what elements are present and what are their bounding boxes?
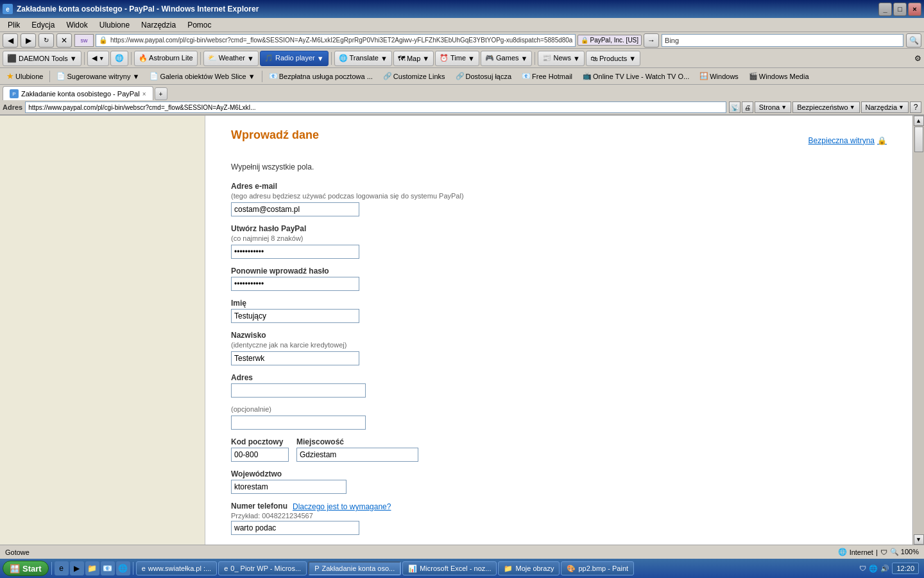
windows-flag-icon: 🪟	[10, 564, 20, 574]
close-button[interactable]: ×	[908, 3, 921, 16]
address2-label: (opcjonalnie)	[231, 405, 887, 413]
rss-button[interactable]: 📡	[729, 101, 740, 113]
window-controls[interactable]: _ □ ×	[878, 3, 921, 16]
lastname-input[interactable]	[231, 351, 359, 365]
scroll-up-button[interactable]: ▲	[914, 116, 924, 126]
menu-narzedzia[interactable]: Narzędzia	[136, 19, 181, 31]
address-input[interactable]: 🔒 https://www.paypal.com/pl/cgi-bin/webs…	[96, 34, 576, 47]
free-hotmail[interactable]: 📧 Free Hotmail	[518, 71, 576, 82]
system-tray: 🛡 🌐 🔊 12:20	[859, 563, 921, 574]
tab-close-button[interactable]: ×	[142, 91, 146, 98]
back-nav-button[interactable]: ◀ ▼	[87, 51, 109, 66]
address2-input[interactable]	[231, 416, 366, 430]
stop-button[interactable]: ✕	[56, 33, 72, 48]
translate-button[interactable]: 🌐 Translate ▼	[334, 51, 392, 66]
menu-plik[interactable]: Plik	[3, 19, 25, 31]
address-input[interactable]	[231, 383, 366, 398]
web-slice-button[interactable]: 📄 Galeria obiektów Web Slice ▼	[146, 71, 259, 82]
email-input[interactable]	[231, 202, 359, 216]
confirm-password-input[interactable]	[231, 277, 359, 291]
windows-link[interactable]: 🪟 Windows	[696, 71, 742, 82]
taskbar-item-piotr[interactable]: e 0_ Piotr WP - Micros...	[218, 561, 307, 575]
state-input[interactable]	[231, 480, 346, 494]
strona-button[interactable]: Strona ▼	[755, 101, 791, 113]
quick-launch: e ▶ 📁 📧 🌐	[55, 561, 130, 575]
start-button[interactable]: 🪟 Start	[3, 561, 49, 576]
bezpieczenstwo-button[interactable]: Bezpieczeństwo ▼	[792, 101, 859, 113]
menu-widok[interactable]: Widok	[61, 19, 92, 31]
phone-why-link[interactable]: Dlaczego jest to wymagane?	[293, 502, 391, 511]
tray-volume-icon: 🔊	[880, 565, 889, 573]
taskbar-item-paint[interactable]: 🎨 pp2.bmp - Paint	[561, 561, 634, 575]
windows-media-link[interactable]: 🎬 Windows Media	[745, 71, 813, 82]
url-text: https://www.paypal.com/pl/cgi-bin/webscr…	[110, 37, 572, 44]
toolbar-extra-button[interactable]: ⚙	[914, 54, 921, 63]
address-label: Adres	[3, 103, 22, 111]
extra-quick-icon[interactable]: 🌐	[116, 561, 130, 575]
map-button[interactable]: 🗺 Map ▼	[393, 51, 434, 66]
address-bar-area: ◀ ▶ ↻ ✕ sw 🔒 https://www.paypal.com/pl/c…	[0, 32, 924, 49]
maximize-button[interactable]: □	[893, 3, 907, 16]
password-label: Utwórz hasło PayPal	[231, 224, 887, 233]
products-button[interactable]: 🛍 Products ▼	[586, 51, 640, 66]
astroburn-button[interactable]: 🔥 Astroburn Lite	[134, 51, 198, 66]
password-input[interactable]	[231, 245, 359, 259]
online-tv-link[interactable]: 📺 Online TV Live - Watch TV O...	[579, 71, 693, 82]
go-button[interactable]: →	[644, 33, 659, 48]
scroll-track	[914, 126, 924, 534]
toolbar-sep-4	[331, 52, 332, 65]
dostosuj-lacza[interactable]: 🔗 Dostosuj łącza	[452, 71, 516, 82]
games-button[interactable]: 🎮 Games ▼	[481, 51, 532, 66]
active-tab[interactable]: P Zakładanie konta osobistego - PayPal ×	[3, 86, 153, 100]
narzedzia-button[interactable]: Narzędzia ▼	[861, 101, 909, 113]
minimize-button[interactable]: _	[878, 3, 892, 16]
separator-icon: |	[876, 548, 878, 556]
folder-quick-icon[interactable]: 📁	[85, 561, 99, 575]
mail-quick-icon[interactable]: 📧	[101, 561, 115, 575]
print-button[interactable]: 🖨	[742, 101, 753, 113]
weather-button[interactable]: ⛅ Radio player ▼Weather ▼	[203, 51, 259, 66]
address-input-2[interactable]: https://www.paypal.com/pl/cgi-bin/webscr…	[25, 101, 726, 113]
help-button[interactable]: ?	[910, 101, 921, 113]
taskbar-item-excel[interactable]: 📊 Microsoft Excel - noz...	[402, 561, 497, 575]
scrollbar[interactable]: ▲ ▼	[912, 116, 924, 545]
daemon-tools-button[interactable]: ⬛ DAEMON Tools ▼	[3, 51, 81, 66]
taskbar-item-paypal[interactable]: P Zakładanie konta oso...	[308, 561, 401, 575]
ie-icon: e	[3, 4, 13, 14]
phone-label: Numer telefonu	[231, 502, 287, 511]
search-button[interactable]: 🔍	[906, 33, 921, 48]
ie-quick-icon[interactable]: e	[55, 561, 69, 575]
news-button[interactable]: 📰 News ▼	[538, 51, 584, 66]
city-input[interactable]	[296, 448, 418, 462]
media-quick-icon[interactable]: ▶	[70, 561, 84, 575]
suggested-sites-button[interactable]: 📄 Sugerowane witryny ▼	[53, 71, 143, 82]
menu-edycja[interactable]: Edycja	[26, 19, 60, 31]
free-mail-link[interactable]: 📧 Bezpłatna usługa pocztowa ...	[265, 71, 377, 82]
firstname-input[interactable]	[231, 309, 359, 323]
status-text: Gotowe	[5, 548, 30, 556]
scroll-thumb[interactable]	[914, 127, 923, 152]
confirm-password-label: Ponownie wprowadź hasło	[231, 267, 887, 276]
secure-site-link[interactable]: Bezpieczna witryna 🔒	[809, 136, 887, 145]
system-clock[interactable]: 12:20	[892, 563, 919, 574]
new-tab-button[interactable]: +	[155, 87, 167, 100]
forward-button[interactable]: ▶	[21, 33, 36, 48]
time-button[interactable]: ⏰ Time ▼	[435, 51, 479, 66]
customize-links[interactable]: 🔗 Customize Links	[379, 71, 449, 82]
radio-player-button[interactable]: 🎵 Radio player ▼	[260, 51, 329, 66]
back-button[interactable]: ◀	[3, 33, 18, 48]
menu-ulubione[interactable]: Ulubione	[94, 19, 135, 31]
taskbar-item-swiatelka[interactable]: e www.swiatełka.pl :...	[136, 561, 218, 575]
search-input[interactable]: Bing	[662, 34, 903, 47]
scroll-down-button[interactable]: ▼	[914, 534, 924, 545]
form-header: Wprowadź dane Bezpieczna witryna 🔒	[231, 128, 887, 152]
taskbar-item-images[interactable]: 📁 Moje obrazy	[498, 561, 560, 575]
phone-input[interactable]	[231, 521, 359, 535]
refresh-button[interactable]: ↻	[38, 33, 54, 48]
postal-input[interactable]	[231, 448, 289, 462]
menu-pomoc[interactable]: Pomoc	[182, 19, 216, 31]
globe-button[interactable]: 🌐	[110, 51, 128, 66]
swiatelka-logo: sw	[74, 34, 94, 47]
favorites-button[interactable]: ★ Ulubione	[3, 70, 47, 82]
state-group: Województwo	[231, 469, 887, 494]
